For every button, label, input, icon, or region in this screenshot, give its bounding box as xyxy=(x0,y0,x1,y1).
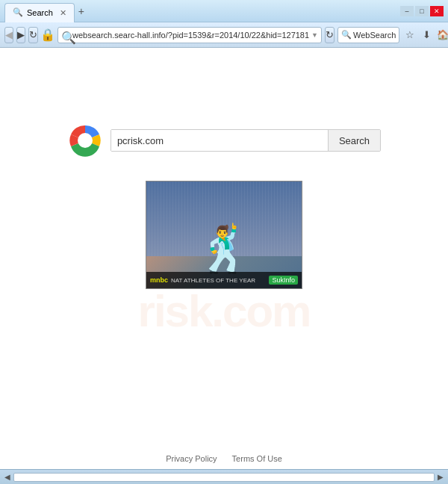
address-dropdown-icon[interactable]: ▼ xyxy=(311,31,318,39)
video-bar-logo: mnbc xyxy=(150,276,168,284)
svg-point-1 xyxy=(78,133,93,148)
privacy-policy-link[interactable]: Privacy Policy xyxy=(166,454,217,463)
refresh-after-address[interactable]: ↻ xyxy=(325,27,335,43)
bookmark-icon[interactable]: ☆ xyxy=(402,28,417,43)
video-thumbnail[interactable]: 🕺 ▶ mnbc NAT ATHLETES OF THE YEAR SukInf… xyxy=(146,181,302,289)
forward-button[interactable]: ▶ xyxy=(16,27,25,43)
new-tab-button[interactable]: + xyxy=(75,4,88,19)
search-section: Search xyxy=(67,122,381,158)
search-input-wrap: Search xyxy=(111,129,381,152)
tab-label: Search xyxy=(27,8,53,17)
video-bar: mnbc NAT ATHLETES OF THE YEAR SukInfo xyxy=(146,272,302,288)
tab-strip: 🔍 Search ✕ + xyxy=(4,0,397,22)
back-icon: ◀ xyxy=(5,29,13,40)
close-button[interactable]: ✕ xyxy=(430,6,444,16)
refresh2-icon: ↻ xyxy=(326,29,334,40)
maximize-button[interactable]: □ xyxy=(415,6,429,16)
tab-favicon: 🔍 xyxy=(13,7,23,18)
active-tab[interactable]: 🔍 Search ✕ xyxy=(4,3,75,22)
browser-content: 🔍 risk.com Search xyxy=(0,48,448,469)
title-bar: 🔍 Search ✕ + – □ ✕ xyxy=(0,0,448,22)
search-logo xyxy=(67,122,103,158)
back-button[interactable]: ◀ xyxy=(4,27,13,43)
terms-of-use-link[interactable]: Terms Of Use xyxy=(232,454,282,463)
nav-bar: ◀ ▶ ↻ 🔒 🔍 websearch.searc-hall.info/?pid… xyxy=(0,22,448,48)
home-icon[interactable]: 🏠 xyxy=(435,28,448,43)
browser-search-bar[interactable]: 🔍 WebSearch xyxy=(337,27,399,43)
download-icon[interactable]: ⬇ xyxy=(419,28,434,43)
refresh-button[interactable]: ↻ xyxy=(28,27,38,43)
search-submit-button[interactable]: Search xyxy=(328,130,380,151)
window-controls: – □ ✕ xyxy=(400,6,444,16)
lock-icon: 🔒 xyxy=(41,27,55,43)
refresh-icon: ↻ xyxy=(29,29,37,40)
dancer-silhouette: 🕺 xyxy=(196,227,252,272)
websearch-icon: 🔍 xyxy=(341,30,352,40)
footer: Privacy Policy Terms Of Use xyxy=(0,454,448,463)
video-bar-badge: SukInfo xyxy=(269,276,298,285)
status-bar: ◀ ▶ xyxy=(0,469,448,484)
extra-nav-buttons: ☆ ⬇ 🏠 👤 ≡ xyxy=(402,28,448,43)
forward-icon: ▶ xyxy=(17,29,25,40)
address-bar[interactable]: 🔍 websearch.searc-hall.info/?pid=1539&r=… xyxy=(57,27,322,43)
video-bar-title: NAT ATHLETES OF THE YEAR xyxy=(171,277,266,284)
scroll-left-button[interactable]: ◀ xyxy=(4,473,10,481)
watermark-text: risk.com xyxy=(138,285,311,337)
websearch-input-text: WebSearch xyxy=(353,31,396,40)
scrollbar-track[interactable] xyxy=(13,473,435,482)
minimize-button[interactable]: – xyxy=(400,6,414,16)
scroll-right-button[interactable]: ▶ xyxy=(438,473,444,481)
tab-close-button[interactable]: ✕ xyxy=(60,8,66,18)
search-main-input[interactable] xyxy=(111,130,328,151)
address-favicon: 🔍 xyxy=(61,31,70,40)
address-text: websearch.searc-hall.info/?pid=1539&r=20… xyxy=(72,31,309,40)
